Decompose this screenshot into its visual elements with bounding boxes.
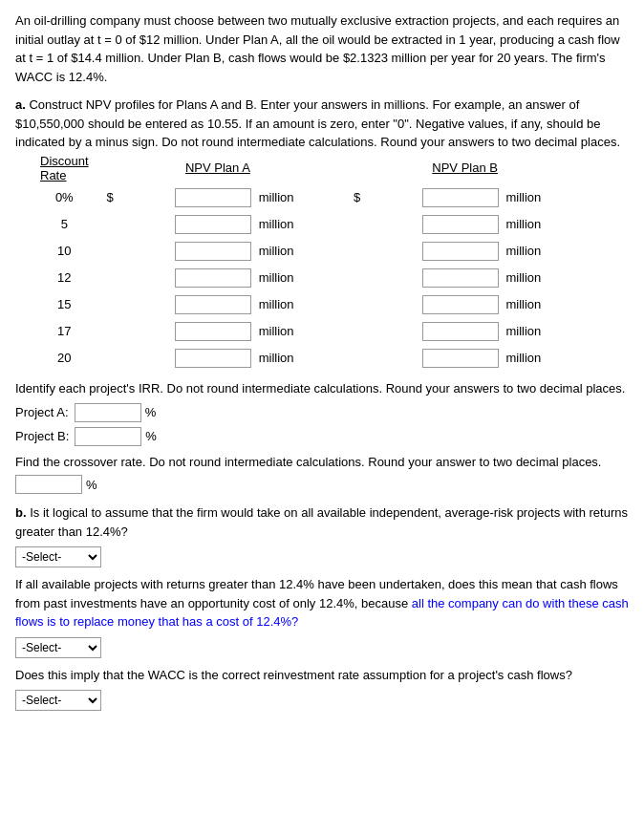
project-b-percent: % [145, 427, 157, 447]
input-cell-a-10[interactable]: million [127, 238, 341, 265]
npv-plan-b-input-0[interactable] [422, 188, 499, 207]
npv-table-area: Discount Rate NPV Plan A NPV Plan B 0% $… [34, 152, 629, 372]
unit-b-17: million [505, 324, 541, 338]
rate-20: 20 [34, 345, 95, 372]
npv-plan-a-input-12[interactable] [175, 268, 251, 288]
npv-plan-b-input-20[interactable] [422, 349, 499, 368]
intro-paragraph: An oil-drilling company must choose betw… [15, 11, 629, 86]
project-b-irr-input[interactable] [75, 427, 141, 446]
unit-a-5: million [259, 217, 294, 231]
input-cell-a-20[interactable]: million [127, 345, 341, 372]
unit-b-20: million [505, 351, 541, 365]
unit-b-0: million [505, 190, 541, 204]
rate-10: 10 [34, 238, 95, 265]
unit-a-17: million [259, 324, 294, 338]
npv-plan-a-input-20[interactable] [175, 349, 251, 368]
part-b-q2: If all available projects with returns g… [15, 575, 629, 631]
project-a-percent: % [145, 403, 157, 423]
empty-a-15 [95, 291, 128, 318]
crossover-rate-input[interactable] [15, 475, 82, 494]
empty-b-10 [341, 238, 375, 265]
col-npv-plan-b-header: NPV Plan B [341, 152, 589, 184]
empty-b-12 [341, 265, 375, 291]
input-cell-b-17[interactable]: million [375, 318, 589, 345]
unit-a-20: million [259, 351, 294, 365]
npv-plan-a-input-5[interactable] [175, 215, 251, 234]
table-row: 5 million million [34, 211, 589, 238]
rate-5: 5 [34, 211, 95, 238]
crossover-input-line: % [15, 475, 629, 494]
part-a-instruction: Construct NPV profiles for Plans A and B… [15, 97, 620, 149]
empty-a-10 [95, 238, 128, 265]
input-cell-b-0[interactable]: million [375, 184, 589, 211]
unit-a-0: million [259, 190, 294, 204]
npv-plan-a-input-17[interactable] [175, 322, 251, 341]
rate-15: 15 [34, 291, 95, 318]
input-cell-a-5[interactable]: million [127, 211, 341, 238]
npv-plan-b-input-5[interactable] [422, 215, 499, 234]
empty-b-15 [341, 291, 375, 318]
part-b-q3: Does this imply that the WACC is the cor… [15, 666, 629, 685]
intro-text: An oil-drilling company must choose betw… [15, 13, 620, 84]
input-cell-a-12[interactable]: million [127, 265, 341, 291]
input-cell-b-12[interactable]: million [375, 265, 589, 291]
crossover-instruction: Find the crossover rate. Do not round in… [15, 455, 601, 469]
empty-a-12 [95, 265, 128, 291]
empty-a-20 [95, 345, 128, 372]
part-b-text3: Does this imply that the WACC is the cor… [15, 668, 572, 682]
part-b-q1: b. Is it logical to assume that the firm… [15, 503, 629, 541]
unit-b-5: million [505, 217, 541, 231]
empty-b-5 [341, 211, 375, 238]
input-cell-a-15[interactable]: million [127, 291, 341, 318]
npv-plan-a-input-10[interactable] [175, 242, 251, 261]
unit-a-12: million [259, 270, 294, 285]
npv-plan-b-input-17[interactable] [422, 322, 499, 341]
npv-plan-a-input-0[interactable] [175, 188, 251, 207]
section-b: b. Is it logical to assume that the firm… [15, 503, 629, 711]
irr-instruction-text: Identify each project's IRR. Do not roun… [15, 379, 629, 398]
rate-17: 17 [34, 318, 95, 345]
input-cell-b-20[interactable]: million [375, 345, 589, 372]
npv-plan-b-input-12[interactable] [422, 268, 499, 288]
crossover-section: Find the crossover rate. Do not round in… [15, 453, 629, 495]
unit-a-10: million [259, 244, 294, 258]
rate-0: 0% [34, 184, 95, 211]
empty-a-17 [95, 318, 128, 345]
select3-dropdown[interactable]: -Select- Yes No [15, 690, 101, 711]
table-row: 10 million million [34, 238, 589, 265]
rate-12: 12 [34, 265, 95, 291]
select2-row: -Select- Yes No [15, 637, 629, 658]
project-b-label: Project B: [15, 427, 69, 447]
npv-plan-b-input-15[interactable] [422, 295, 499, 314]
dollar-sign-b-0: $ [341, 184, 375, 211]
irr-section: Identify each project's IRR. Do not roun… [15, 379, 629, 447]
empty-b-17 [341, 318, 375, 345]
npv-table: Discount Rate NPV Plan A NPV Plan B 0% $… [34, 152, 589, 372]
crossover-percent: % [86, 478, 97, 492]
npv-plan-a-input-15[interactable] [175, 295, 251, 314]
project-b-irr-line: Project B: % [15, 427, 629, 447]
select1-row: -Select- Yes No [15, 546, 629, 567]
input-cell-b-5[interactable]: million [375, 211, 589, 238]
input-cell-b-10[interactable]: million [375, 238, 589, 265]
npv-plan-b-input-10[interactable] [422, 242, 499, 261]
unit-a-15: million [259, 297, 294, 311]
select1-dropdown[interactable]: -Select- Yes No [15, 546, 101, 567]
empty-b-20 [341, 345, 375, 372]
project-a-irr-input[interactable] [75, 403, 141, 422]
input-cell-b-15[interactable]: million [375, 291, 589, 318]
part-b-text1: Is it logical to assume that the firm wo… [15, 505, 628, 539]
part-a-label: a. [15, 97, 26, 112]
dollar-sign-a-0: $ [95, 184, 128, 211]
section-a: a. Construct NPV profiles for Plans A an… [15, 96, 629, 494]
select3-row: -Select- Yes No [15, 690, 629, 711]
input-cell-a-17[interactable]: million [127, 318, 341, 345]
table-row: 0% $ million $ million [34, 184, 589, 211]
input-cell-a-0[interactable]: million [127, 184, 341, 211]
select2-dropdown[interactable]: -Select- Yes No [15, 637, 101, 658]
project-a-irr-line: Project A: % [15, 403, 629, 423]
table-row: 15 million million [34, 291, 589, 318]
table-row: 12 million million [34, 265, 589, 291]
table-row: 17 million million [34, 318, 589, 345]
table-row: 20 million million [34, 345, 589, 372]
